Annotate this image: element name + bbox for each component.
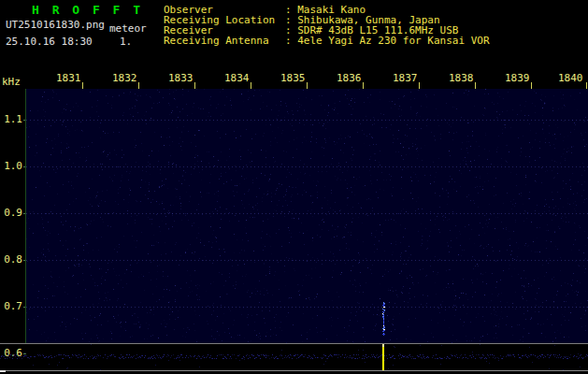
time-label: 1840 bbox=[558, 73, 583, 84]
info-row-antenna: Receiving Antenna: 4ele Yagi Az 230 for … bbox=[164, 36, 490, 46]
info-value: : 4ele Yagi Az 230 for Kansai VOR bbox=[285, 36, 490, 46]
time-label: 1835 bbox=[280, 73, 306, 84]
time-label: 1834 bbox=[224, 73, 250, 84]
time-label: 1836 bbox=[337, 73, 362, 84]
time-label: 1838 bbox=[449, 73, 474, 84]
freq-label: 0.7 bbox=[1, 301, 22, 312]
freq-label: 0.9 bbox=[1, 208, 22, 219]
sequence-number: 1. bbox=[120, 36, 132, 48]
app-title: H R O F F T bbox=[32, 3, 143, 17]
freq-label: 1.1 bbox=[1, 114, 22, 125]
time-label: 1833 bbox=[168, 73, 194, 84]
bottom-line bbox=[0, 370, 588, 371]
time-label: 1832 bbox=[112, 73, 137, 84]
time-label: 1839 bbox=[505, 73, 530, 84]
hrofft-window: H R O F F T UT2510161830.png meteor 25.1… bbox=[0, 0, 588, 374]
time-label: 1837 bbox=[393, 73, 418, 84]
freq-label: 1.0 bbox=[1, 161, 22, 172]
bottom-line-left-mark bbox=[0, 370, 6, 372]
freq-label: 0.8 bbox=[1, 254, 22, 266]
time-label: 1831 bbox=[56, 73, 81, 84]
output-filename: UT2510161830.png bbox=[6, 19, 105, 31]
mode-label: meteor bbox=[109, 22, 147, 35]
y-axis-unit: kHz bbox=[2, 76, 21, 88]
datetime-text: 25.10.16 18:30 bbox=[6, 36, 93, 48]
spectrogram-canvas bbox=[26, 89, 588, 343]
info-label: Receiving Antenna bbox=[164, 36, 285, 46]
signal-meter-canvas bbox=[0, 344, 588, 370]
